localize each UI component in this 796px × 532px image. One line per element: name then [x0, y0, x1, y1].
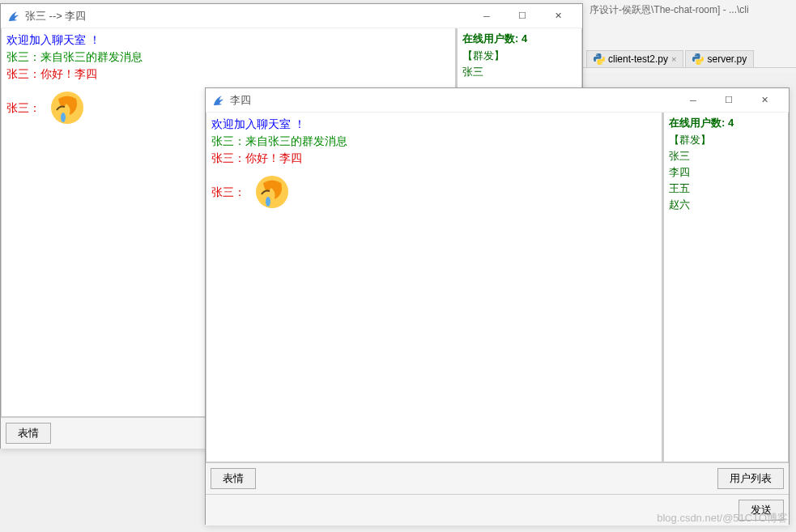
chat-log: 欢迎加入聊天室 ！ 张三：来自张三的群发消息 张三：你好！李四 张三：	[206, 113, 662, 462]
window-controls: ─ ☐ ✕	[675, 89, 782, 112]
titlebar[interactable]: 张三 --> 李四 ─ ☐ ✕	[1, 4, 582, 28]
ide-tab-bar: client-test2.py × server.py	[583, 47, 796, 68]
minimize-button[interactable]: ─	[675, 89, 711, 112]
ide-titlebar: 序设计-侯跃恩\The-chat-room] - ...\cli	[583, 0, 796, 23]
user-sidebar: 在线用户数: 4 【群发】 张三 李四 王五 赵六	[663, 113, 789, 462]
chat-message: 张三：你好！李四	[6, 66, 450, 83]
maximize-button[interactable]: ☐	[504, 5, 540, 28]
python-icon	[594, 53, 605, 65]
minimize-button[interactable]: ─	[469, 5, 504, 28]
welcome-msg: 欢迎加入聊天室 ！	[6, 32, 450, 49]
svg-point-0	[597, 54, 598, 55]
sender-label: 张三：	[211, 184, 245, 201]
feather-icon	[212, 94, 225, 107]
chat-message: 张三：来自张三的群发消息	[6, 49, 450, 66]
maximize-button[interactable]: ☐	[711, 89, 747, 112]
welcome-msg: 欢迎加入聊天室 ！	[211, 116, 657, 133]
user-item[interactable]: 张三	[667, 148, 785, 164]
watermark: blog.csdn.net/@51CTO博客	[657, 511, 788, 526]
titlebar[interactable]: 李四 ─ ☐ ✕	[206, 88, 789, 113]
svg-point-5	[61, 113, 66, 122]
online-count: 在线用户数: 4	[461, 30, 578, 48]
feather-icon	[7, 10, 20, 23]
chat-main: 欢迎加入聊天室 ！ 张三：来自张三的群发消息 张三：你好！李四 张三：	[206, 113, 663, 462]
emoji-button[interactable]: 表情	[6, 423, 51, 444]
ide-tab-label: server.py	[707, 53, 747, 65]
broadcast-item[interactable]: 【群发】	[461, 48, 578, 64]
user-item[interactable]: 赵六	[667, 197, 785, 213]
emoji-button[interactable]: 表情	[211, 468, 256, 489]
sender-label: 张三：	[6, 100, 40, 117]
window-title: 张三 --> 李四	[25, 9, 469, 23]
ide-tab-client[interactable]: client-test2.py ×	[586, 50, 683, 67]
online-count: 在线用户数: 4	[667, 114, 785, 132]
emoji-message: 张三：	[211, 167, 657, 211]
ide-background: 序设计-侯跃恩\The-chat-room] - ...\cli client-…	[583, 0, 796, 73]
ide-tab-server[interactable]: server.py	[685, 50, 754, 67]
svg-point-2	[696, 54, 696, 55]
chat-message: 张三：你好！李四	[211, 150, 657, 167]
svg-point-3	[700, 63, 701, 64]
ide-tab-label: client-test2.py	[608, 53, 668, 65]
broadcast-item[interactable]: 【群发】	[667, 132, 785, 148]
svg-point-1	[601, 63, 602, 64]
chat-window-lisi: 李四 ─ ☐ ✕ 欢迎加入聊天室 ！ 张三：来自张三的群发消息 张三：你好！李四…	[205, 87, 790, 525]
close-button[interactable]: ✕	[747, 89, 782, 112]
user-item[interactable]: 王五	[667, 181, 785, 197]
svg-point-7	[266, 197, 270, 206]
window-title: 李四	[230, 93, 675, 108]
chat-message: 张三：来自张三的群发消息	[211, 133, 657, 150]
close-button[interactable]: ✕	[540, 5, 576, 28]
user-item[interactable]: 李四	[667, 164, 785, 181]
window-controls: ─ ☐ ✕	[469, 5, 576, 28]
facepalm-emoji-icon	[49, 89, 86, 126]
toolbar: 表情 用户列表	[206, 462, 789, 494]
close-icon[interactable]: ×	[671, 54, 676, 64]
user-item[interactable]: 张三	[461, 64, 578, 80]
python-icon	[692, 53, 704, 65]
userlist-button[interactable]: 用户列表	[717, 468, 784, 489]
facepalm-emoji-icon	[253, 173, 291, 211]
